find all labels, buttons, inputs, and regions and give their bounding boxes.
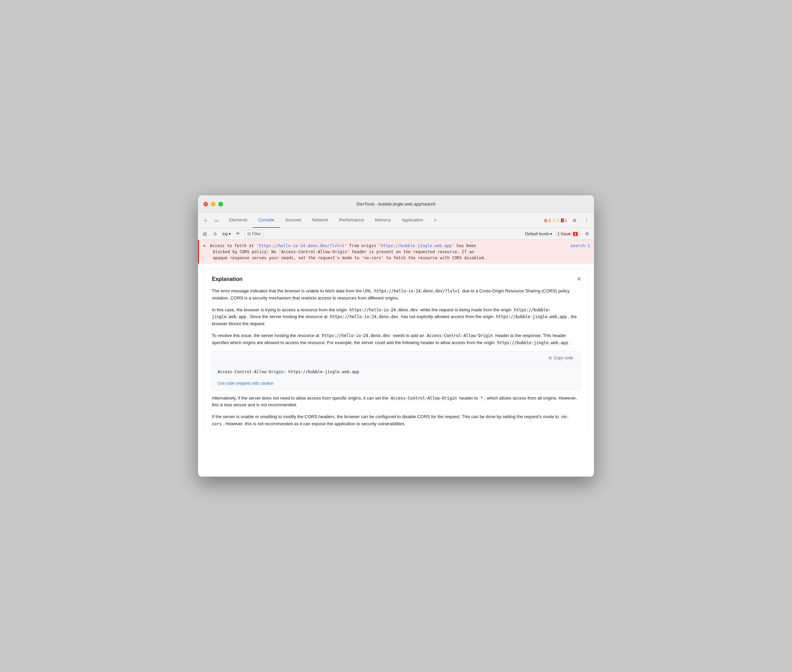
tab-console[interactable]: Console bbox=[253, 213, 280, 228]
warning-badge: ⚠ 1 bbox=[552, 218, 559, 223]
traffic-lights bbox=[203, 202, 223, 206]
toolbar2-right: Default levels ▾ 1 Issue: 1 ⚙ bbox=[525, 230, 591, 238]
error-message: ⊗ Access to fetch at 'https://hello-io-2… bbox=[198, 240, 594, 264]
context-selector[interactable]: top ▾ bbox=[221, 231, 232, 237]
tab-network[interactable]: Network bbox=[307, 213, 334, 228]
explanation-panel: Explanation ✕ The error message indicate… bbox=[203, 269, 589, 432]
filter-input[interactable]: ⊟ Filter bbox=[244, 230, 264, 238]
copy-icon: ⧉ bbox=[549, 355, 552, 360]
error-source-link[interactable]: search:1 bbox=[570, 243, 590, 249]
tab-performance[interactable]: Performance bbox=[334, 213, 369, 228]
devtools-tab-bar: ⊹ ▭ Elements Console Sources Network Per… bbox=[198, 213, 594, 228]
tab-application[interactable]: Application bbox=[396, 213, 429, 228]
explanation-para3: To resolve this issue, the server hostin… bbox=[212, 332, 580, 347]
info-badge: ! 1 bbox=[561, 218, 567, 223]
tab-sources[interactable]: Sources bbox=[280, 213, 307, 228]
console-settings-icon[interactable]: ⚙ bbox=[583, 230, 591, 238]
para4-code1: Access-Control-Allow-Origin bbox=[390, 395, 458, 401]
toolbar-icons: ⊹ ▭ bbox=[201, 216, 224, 225]
cursor-icon[interactable]: ⊹ bbox=[201, 216, 210, 225]
para3-code3: https://bubble-jingle.web.app bbox=[496, 340, 569, 346]
devtools-window: DevTools - bubble-jingle.web.app/search … bbox=[198, 195, 594, 477]
para2-code1: https://hello-io-24.deno.dev bbox=[348, 307, 419, 313]
console-toolbar: ▤ ⊘ top ▾ 👁 ⊟ Filter Default levels ▾ 1 … bbox=[198, 228, 594, 240]
para1-code: https://hello-io-24.deno.dev/?lvl=1 bbox=[373, 288, 461, 294]
filter-icon: ⊟ bbox=[248, 232, 251, 236]
para4-code2: * bbox=[479, 395, 484, 401]
console-content: ⊗ Access to fetch at 'https://hello-io-2… bbox=[198, 240, 594, 432]
more-options-icon[interactable]: ⋮ bbox=[582, 216, 591, 225]
window-title: DevTools - bubble-jingle.web.app/search bbox=[356, 202, 436, 206]
error-text-mid: ' from origin ' bbox=[344, 243, 381, 248]
code-block-header: ⧉ Copy code bbox=[212, 352, 580, 365]
maximize-button[interactable] bbox=[218, 202, 223, 206]
explanation-para5: If the server is unable or unwilling to … bbox=[212, 413, 580, 427]
devtools-tabs: Elements Console Sources Network Perform… bbox=[224, 213, 541, 228]
toolbar-right: ⊗ 2 ⚠ 1 ! 1 ⚙ ⋮ bbox=[541, 216, 591, 225]
error-url-link[interactable]: https://hello-io-24.deno.dev/?lvl=1 bbox=[259, 243, 344, 248]
explanation-title: Explanation bbox=[212, 276, 580, 282]
device-icon[interactable]: ▭ bbox=[211, 216, 221, 225]
para3-code1: https://hello-io-24.deno.dev bbox=[321, 333, 391, 338]
para3-code2: Access-Control-Allow-Origin bbox=[425, 333, 494, 338]
para2-code4: https://bubble-jingle.web.app bbox=[495, 314, 568, 320]
close-explanation-button[interactable]: ✕ bbox=[575, 275, 583, 283]
tab-memory[interactable]: Memory bbox=[370, 213, 396, 228]
error-origin-link[interactable]: https://bubble-jingle.web.app bbox=[381, 243, 452, 248]
explanation-para1: The error message indicates that the bro… bbox=[212, 288, 580, 302]
error-text-before: Access to fetch at ' bbox=[210, 243, 259, 248]
eye-icon[interactable]: 👁 bbox=[234, 230, 242, 238]
error-badge: ⊗ 2 bbox=[544, 218, 551, 223]
explanation-para4: Alternatively, if the server does not ne… bbox=[212, 395, 580, 409]
code-block: ⧉ Copy code Access-Control-Allow-Origin:… bbox=[212, 351, 580, 390]
error-icon: ⊗ bbox=[203, 243, 206, 248]
title-bar: DevTools - bubble-jingle.web.app/search bbox=[198, 195, 594, 213]
badge-group: ⊗ 2 ⚠ 1 ! 1 bbox=[544, 218, 567, 223]
tab-more[interactable]: » bbox=[428, 213, 442, 228]
clear-console-icon[interactable]: ⊘ bbox=[211, 230, 219, 238]
settings-icon[interactable]: ⚙ bbox=[570, 216, 579, 225]
issues-count: 1 bbox=[573, 232, 578, 236]
devtools-main: ⊗ Access to fetch at 'https://hello-io-2… bbox=[198, 240, 594, 477]
para2-code3: https://hello-io-24.deno.dev bbox=[329, 314, 400, 320]
close-button[interactable] bbox=[203, 202, 208, 206]
issues-badge[interactable]: 1 Issue: 1 bbox=[555, 231, 581, 237]
log-levels-selector[interactable]: Default levels ▾ bbox=[525, 232, 552, 236]
sidebar-toggle-icon[interactable]: ▤ bbox=[201, 230, 209, 238]
code-caution-link[interactable]: Use code snippets with caution bbox=[212, 381, 279, 390]
minimize-button[interactable] bbox=[211, 202, 216, 206]
toolbar2-left: ▤ ⊘ top ▾ 👁 ⊟ Filter bbox=[201, 230, 264, 238]
error-line-content: ⊗ Access to fetch at 'https://hello-io-2… bbox=[203, 243, 570, 261]
code-block-content: Access-Control-Allow-Origin: https://bub… bbox=[212, 365, 580, 379]
copy-code-button[interactable]: ⧉ Copy code bbox=[546, 354, 576, 362]
explanation-para2: In this case, the browser is trying to a… bbox=[212, 307, 580, 328]
tab-elements[interactable]: Elements bbox=[224, 213, 253, 228]
para5-code: no-cors bbox=[212, 414, 568, 427]
